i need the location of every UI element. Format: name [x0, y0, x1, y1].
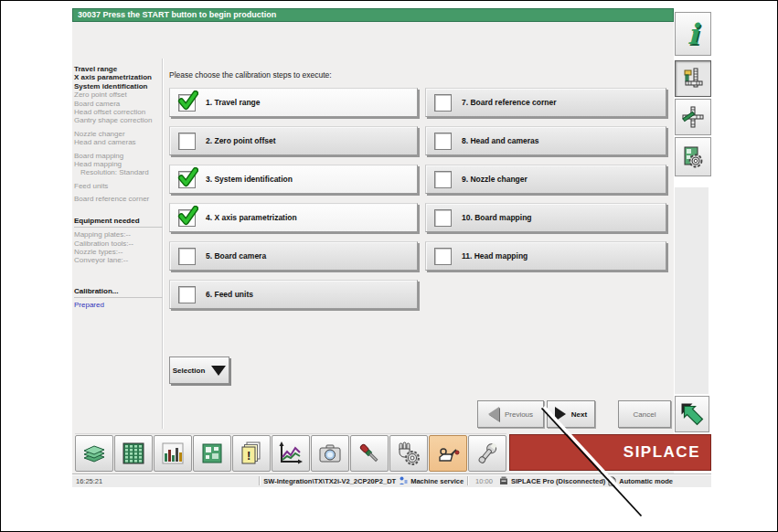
status-message: 30037 Press the START button to begin pr… [78, 10, 276, 19]
hand-gear-icon [396, 441, 421, 466]
feeder-grid-button[interactable] [114, 435, 153, 472]
calibration-step-6[interactable]: 6. Feed units [169, 280, 418, 309]
error-log-button[interactable]: ! [232, 435, 271, 472]
step-checkbox[interactable] [434, 171, 452, 188]
step-checkbox[interactable] [178, 248, 196, 265]
statistics-icon [278, 441, 304, 466]
siplace-logo: SIPLACE [623, 443, 700, 462]
screwdriver-button[interactable] [350, 435, 389, 472]
duration: 10:00 [475, 477, 493, 485]
step-checkbox[interactable] [178, 171, 196, 188]
status-message-bar: 30037 Press the START button to begin pr… [72, 8, 674, 22]
gantry-calibration-button[interactable] [675, 60, 711, 97]
bar-chart-icon [160, 441, 186, 466]
sidebar-line: Gantry shape correction [74, 116, 163, 124]
connection-status: SIPLACE Pro (Disconnected) [511, 477, 605, 485]
sidebar-line: System identification [74, 82, 163, 90]
previous-button-label: Previous [505, 410, 533, 419]
step-label: 7. Board reference corner [462, 98, 556, 107]
user-mode: Machine service [410, 477, 464, 485]
sidebar-line: Mapping plates:-- [74, 230, 163, 239]
info-button[interactable]: i [675, 12, 711, 56]
calibration-step-1[interactable]: 1. Travel range [169, 88, 418, 117]
arrow-left-icon [488, 407, 499, 421]
sidebar-line: Resolution: Standard [74, 168, 163, 176]
arrow-right-icon [555, 407, 566, 421]
board-stack-button[interactable] [75, 435, 113, 472]
calibration-step-8[interactable]: 8. Head and cameras [425, 126, 666, 155]
selection-button[interactable]: Selection [169, 356, 229, 384]
statusbar-separator [259, 476, 260, 485]
siplace-app-window: 30037 Press the START button to begin pr… [72, 8, 711, 487]
sidebar-line: Head mapping [74, 160, 163, 168]
pcb-board-button[interactable] [193, 435, 231, 472]
camera-button[interactable] [311, 435, 349, 472]
calibration-step-5[interactable]: 5. Board camera [169, 241, 418, 271]
exit-icon [680, 402, 705, 427]
step-checkbox[interactable] [178, 133, 196, 150]
wrench-button[interactable] [468, 435, 506, 472]
step-label: 5. Board camera [206, 251, 266, 261]
board-stack-icon [81, 441, 107, 466]
board-gear-icon [680, 144, 706, 170]
cancel-button[interactable]: Cancel [618, 400, 671, 428]
sidebar-line: Calibration tools:-- [74, 239, 163, 248]
calibration-step-9[interactable]: 9. Nozzle changer [425, 165, 666, 194]
oil-can-icon [435, 441, 461, 466]
sidebar-line: Board reference corner [74, 195, 163, 203]
steps-column-right: 7. Board reference corner8. Head and cam… [425, 88, 666, 280]
calibration-step-3[interactable]: 3. System identification [169, 165, 418, 194]
station-icon [499, 476, 508, 485]
right-column-strip [675, 187, 709, 394]
mode-page-icon [608, 476, 616, 486]
svg-text:!: ! [247, 449, 250, 463]
exit-button[interactable] [675, 396, 709, 432]
wrench-icon [474, 441, 500, 466]
bar-chart-button[interactable] [154, 435, 192, 472]
cancel-button-label: Cancel [634, 410, 656, 419]
calibration-prompt: Please choose the calibration steps to e… [169, 70, 332, 80]
step-label: 3. System identification [206, 175, 293, 184]
calibration-step-11[interactable]: 11. Head mapping [425, 241, 666, 271]
step-checkbox[interactable] [434, 94, 452, 112]
error-log-icon: ! [239, 441, 264, 466]
board-setup-button[interactable] [675, 137, 711, 176]
step-label: 9. Nozzle changer [462, 175, 528, 184]
sidebar-line: Prepared [74, 301, 163, 309]
bottom-toolbar: ! [75, 433, 506, 472]
info-icon: i [687, 20, 698, 48]
sidebar-line: Head offset correction [74, 108, 163, 116]
sidebar-line: Feed units [74, 182, 163, 190]
screwdriver-icon [357, 441, 382, 466]
calibration-step-2[interactable]: 2. Zero point offset [169, 126, 418, 155]
next-button-label: Next [571, 410, 587, 419]
step-checkbox[interactable] [178, 94, 196, 112]
step-checkbox[interactable] [178, 209, 196, 227]
calibration-step-7[interactable]: 7. Board reference corner [425, 88, 666, 117]
next-button[interactable]: Next [547, 400, 595, 428]
statistics-button[interactable] [272, 435, 310, 472]
feeder-grid-icon [121, 441, 146, 466]
brand-bar: SIPLACE [509, 434, 711, 471]
oil-can-button[interactable] [429, 435, 467, 472]
hand-gear-button[interactable] [389, 435, 428, 472]
step-checkbox[interactable] [178, 286, 196, 303]
calibration-step-4[interactable]: 4. X axis parametrization [169, 203, 418, 232]
calibration-step-10[interactable]: 10. Board mapping [425, 203, 666, 232]
step-checkbox[interactable] [434, 209, 452, 227]
axis-calibration-button[interactable] [675, 99, 711, 135]
statusbar-separator [467, 476, 468, 485]
chevron-down-icon [211, 366, 226, 376]
sidebar-line: Calibration... [74, 287, 163, 298]
setup-path: SW-Integration\TX\TX2i-V2_2CP20P2_DT [263, 477, 396, 485]
pcb-board-icon [199, 441, 225, 466]
axis-tool-icon [680, 104, 706, 130]
steps-column-left: 1. Travel range2. Zero point offset3. Sy… [169, 88, 418, 318]
operation-mode: Automatic mode [619, 477, 673, 485]
statusbar: 16:25:21 SW-Integration\TX\TX2i-V2_2CP20… [72, 473, 711, 487]
step-checkbox[interactable] [434, 248, 452, 265]
sidebar-line: Nozzle types:-- [74, 248, 163, 256]
step-checkbox[interactable] [434, 133, 452, 150]
previous-button[interactable]: Previous [477, 400, 544, 428]
sidebar-line: X axis parametrization [74, 73, 163, 81]
